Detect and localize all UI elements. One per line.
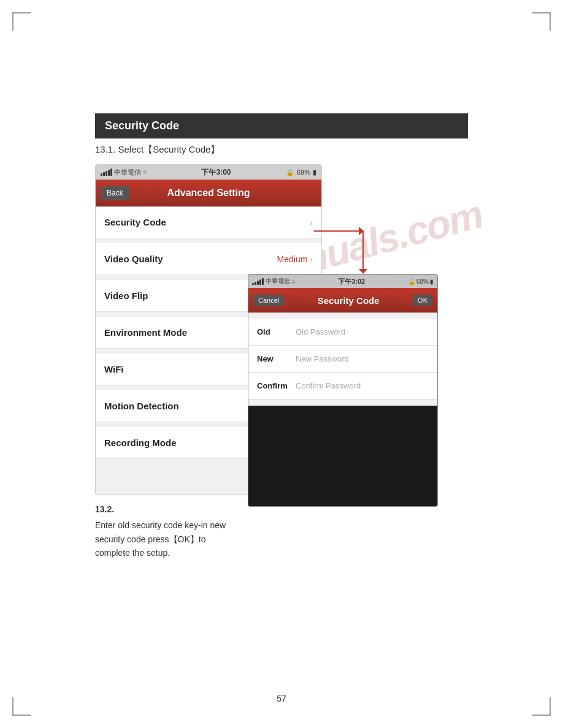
battery-text-2: 68% (416, 278, 429, 285)
nav-title-2: Security Code (318, 295, 380, 306)
description-block: 13.2. Enter old security code key-in new… (95, 502, 230, 560)
battery-text-1: 69% (297, 169, 310, 176)
signal-bars-2 (252, 278, 264, 285)
status-bar-right-1: 🔒 69% ▮ (286, 169, 316, 176)
sb3 (257, 281, 259, 285)
crop-mark-tr (532, 12, 551, 31)
desc-step: 13.2. (95, 502, 230, 516)
nav-bar-2: Cancel Security Code OK (248, 288, 437, 313)
crop-mark-br (532, 697, 551, 716)
red-arrow-vertical (362, 230, 364, 273)
crop-mark-tl (12, 12, 31, 31)
sb2 (255, 282, 256, 285)
section-title: Security Code (105, 119, 179, 132)
signal-bar-3 (105, 171, 107, 176)
signal-bars-1 (101, 169, 112, 176)
menu-value-video-quality: Medium › (277, 254, 313, 264)
menu-label-video-quality: Video Quality (104, 254, 163, 264)
sb4 (259, 279, 261, 285)
menu-label-recording-mode: Recording Mode (104, 438, 177, 448)
new-password-label: New (257, 354, 291, 363)
new-password-field[interactable]: New New Password (248, 346, 437, 373)
chevron-video-quality: › (310, 254, 313, 264)
nav-title-1: Advanced Setting (167, 188, 250, 199)
confirm-password-placeholder: Confirm Password (296, 381, 361, 390)
signal-bar-4 (108, 170, 110, 176)
menu-label-wifi: WiFi (104, 364, 124, 374)
menu-label-video-flip: Video Flip (104, 290, 148, 301)
battery-icon-1: ▮ (313, 169, 316, 176)
wifi-icon-1: ≈ (143, 169, 147, 176)
lock-icon-2: 🔒 (408, 278, 415, 285)
section-header: Security Code (95, 113, 468, 138)
signal-bar-1 (101, 173, 102, 176)
new-password-placeholder: New Password (296, 354, 349, 363)
carrier-2: 中華電信 (266, 277, 290, 286)
back-button[interactable]: Back (101, 186, 129, 200)
status-bar-left-1: 中華電信 ≈ (101, 168, 147, 177)
chevron-security-code: › (310, 218, 313, 227)
iphone-screen2: 中華電信 ≈ 下午3:02 🔒 68% ▮ Cancel Security Co… (248, 274, 438, 507)
status-bar-1: 中華電信 ≈ 下午3:00 🔒 69% ▮ (96, 165, 321, 180)
old-password-field[interactable]: Old Old Password (248, 319, 437, 346)
menu-label-security-code: Security Code (104, 217, 166, 227)
status-time-2: 下午3:02 (338, 277, 365, 286)
signal-bar-5 (110, 169, 112, 176)
wifi-icon-2: ≈ (292, 278, 296, 285)
signal-bar-2 (103, 172, 105, 176)
form-container: Old Old Password New New Password Confir… (248, 313, 437, 406)
menu-item-video-quality[interactable]: Video Quality Medium › (96, 243, 321, 275)
screen2-dark-area (248, 406, 437, 507)
status-bar-left-2: 中華電信 ≈ (252, 277, 296, 286)
menu-label-environment-mode: Environment Mode (104, 327, 187, 338)
desc-text-content: Enter old security code key-in new secur… (95, 518, 230, 559)
carrier-1: 中華電信 (114, 168, 141, 177)
menu-item-security-code[interactable]: Security Code › (96, 207, 321, 238)
cancel-button[interactable]: Cancel (253, 295, 284, 306)
separator-1 (96, 238, 321, 243)
crop-mark-bl (12, 697, 31, 716)
sb5 (262, 278, 264, 285)
page-number: 57 (277, 694, 286, 703)
old-password-placeholder: Old Password (296, 327, 345, 336)
nav-bar-1: Back Advanced Setting (96, 180, 321, 207)
menu-label-motion-detection: Motion Detection (104, 401, 179, 411)
old-password-label: Old (257, 327, 291, 336)
sb1 (252, 283, 254, 285)
battery-icon-2: ▮ (430, 278, 434, 285)
status-bar-right-2: 🔒 68% ▮ (408, 278, 434, 285)
sub-section-label: 13.1. Select【Security Code】 (95, 144, 220, 156)
red-arrow-horizontal (314, 230, 363, 232)
confirm-password-label: Confirm (257, 381, 291, 390)
status-bar-2: 中華電信 ≈ 下午3:02 🔒 68% ▮ (248, 275, 437, 288)
lock-icon-1: 🔒 (286, 169, 294, 176)
confirm-password-field[interactable]: Confirm Confirm Password (248, 373, 437, 400)
status-time-1: 下午3:00 (201, 167, 231, 178)
ok-button[interactable]: OK (413, 295, 432, 306)
